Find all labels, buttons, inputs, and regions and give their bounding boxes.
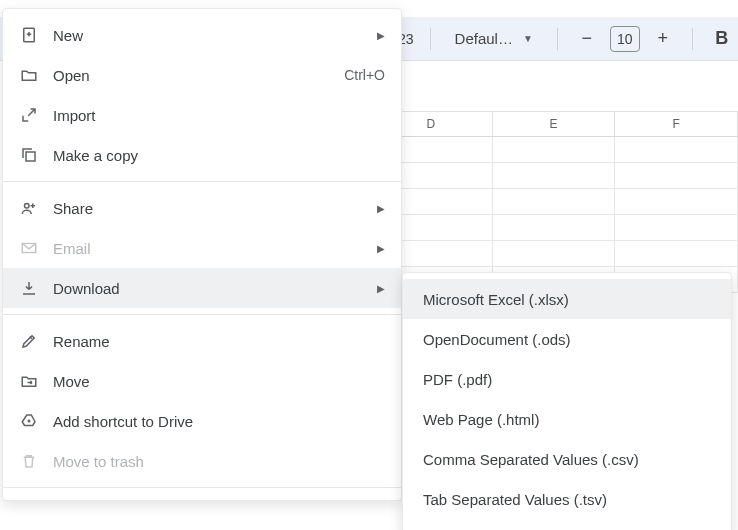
increase-font-size-button[interactable]: + [650,26,676,52]
email-icon [19,238,39,258]
menu-item-label: Share [53,200,93,217]
trash-icon [19,451,39,471]
chevron-right-icon: ▶ [377,243,385,254]
drive-shortcut-icon [19,411,39,431]
menu-separator [3,314,401,315]
menu-item-share[interactable]: Share ▶ [3,188,401,228]
submenu-item-csv[interactable]: Comma Separated Values (.csv) [403,439,731,479]
menu-item-label: Email [53,240,91,257]
download-icon [19,278,39,298]
toolbar-separator [430,28,431,50]
svg-rect-1 [26,152,35,161]
submenu-item-label: Microsoft Excel (.xlsx) [423,291,569,308]
share-icon [19,198,39,218]
menu-separator [3,181,401,182]
menu-item-move[interactable]: Move [3,361,401,401]
submenu-item-html[interactable]: Web Page (.html) [403,399,731,439]
menu-separator [3,487,401,488]
menu-item-new[interactable]: New ▶ [3,15,401,55]
import-icon [19,105,39,125]
rename-icon [19,331,39,351]
column-headers: D E F [370,111,738,137]
menu-item-label: Download [53,280,120,297]
download-submenu: Microsoft Excel (.xlsx) OpenDocument (.o… [402,272,732,530]
chevron-down-icon: ▼ [523,33,533,44]
decrease-font-size-button[interactable]: − [574,26,600,52]
menu-item-move-to-trash: Move to trash [3,441,401,481]
font-size-input[interactable] [610,26,640,52]
menu-item-label: Open [53,67,90,84]
menu-item-email: Email ▶ [3,228,401,268]
submenu-item-label: Comma Separated Values (.csv) [423,451,639,468]
menu-item-open[interactable]: Open Ctrl+O [3,55,401,95]
menu-item-download[interactable]: Download ▶ [3,268,401,308]
menu-item-label: Move [53,373,90,390]
submenu-item-label: OpenDocument (.ods) [423,331,571,348]
menu-item-label: Rename [53,333,110,350]
column-header[interactable]: F [615,112,738,136]
menu-item-add-shortcut[interactable]: Add shortcut to Drive [3,401,401,441]
menu-item-label: Make a copy [53,147,138,164]
menu-item-label: New [53,27,83,44]
submenu-item-ods[interactable]: OpenDocument (.ods) [403,319,731,359]
toolbar-separator [692,28,693,50]
submenu-item-pdf[interactable]: PDF (.pdf) [403,359,731,399]
move-icon [19,371,39,391]
chevron-right-icon: ▶ [377,203,385,214]
font-select[interactable]: Defaul… ▼ [447,30,541,47]
menu-item-label: Import [53,107,96,124]
menu-item-make-a-copy[interactable]: Make a copy [3,135,401,175]
folder-icon [19,65,39,85]
bold-button[interactable]: B [709,26,735,52]
submenu-item-label: Tab Separated Values (.tsv) [423,491,607,508]
menu-item-rename[interactable]: Rename [3,321,401,361]
chevron-right-icon: ▶ [377,30,385,41]
submenu-item-label: Web Page (.html) [423,411,539,428]
submenu-item-xlsx[interactable]: Microsoft Excel (.xlsx) [403,279,731,319]
submenu-item-tsv[interactable]: Tab Separated Values (.tsv) [403,479,731,519]
submenu-item-label: PDF (.pdf) [423,371,492,388]
svg-point-2 [25,204,30,209]
menu-item-import[interactable]: Import [3,95,401,135]
font-name-label: Defaul… [455,30,513,47]
file-menu: New ▶ Open Ctrl+O Import Make a copy Sha… [2,8,402,501]
menu-item-label: Add shortcut to Drive [53,413,193,430]
new-icon [19,25,39,45]
toolbar-separator [557,28,558,50]
chevron-right-icon: ▶ [377,283,385,294]
column-header[interactable]: E [493,112,616,136]
copy-icon [19,145,39,165]
menu-item-label: Move to trash [53,453,144,470]
menu-shortcut: Ctrl+O [344,67,385,83]
